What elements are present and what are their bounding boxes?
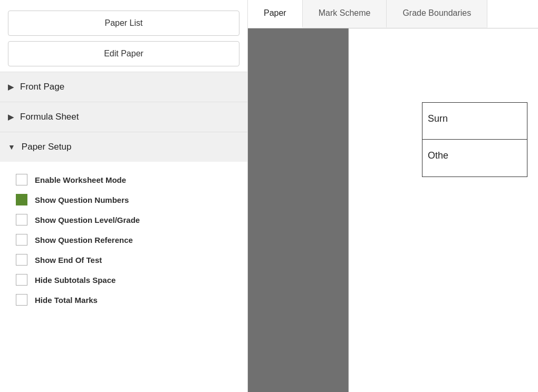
show-end-of-test-checkbox[interactable] — [16, 254, 27, 266]
checkbox-row-hide-subtotals-space[interactable]: Hide Subtotals Space — [11, 270, 237, 290]
tab-mark-scheme[interactable]: Mark Scheme — [303, 0, 387, 28]
main-content: Paper Mark Scheme Grade Boundaries Surn … — [248, 0, 538, 392]
checkbox-row-hide-total-marks[interactable]: Hide Total Marks — [11, 290, 237, 310]
tab-paper[interactable]: Paper — [248, 0, 303, 28]
enable-worksheet-mode-checkbox[interactable] — [16, 174, 27, 185]
formula-sheet-arrow: ▶ — [8, 113, 14, 121]
front-page-header[interactable]: ▶ Front Page — [0, 72, 247, 102]
paper-setup-label: Paper Setup — [22, 142, 72, 152]
tab-grade-boundaries[interactable]: Grade Boundaries — [387, 0, 487, 28]
paper-preview: Surn Othe — [248, 28, 538, 392]
checkbox-row-show-end-of-test[interactable]: Show End Of Test — [11, 250, 237, 270]
show-question-reference-checkbox[interactable] — [16, 234, 27, 246]
show-question-numbers-checkbox[interactable] — [16, 194, 27, 205]
checkbox-row-enable-worksheet-mode[interactable]: Enable Worksheet Mode — [11, 170, 237, 190]
checkbox-row-show-question-numbers[interactable]: Show Question Numbers — [11, 190, 237, 210]
enable-worksheet-mode-label: Enable Worksheet Mode — [35, 175, 126, 184]
checkbox-row-show-question-reference[interactable]: Show Question Reference — [11, 230, 237, 250]
paper-page: Surn Othe — [348, 28, 538, 392]
sidebar-buttons: Paper List Edit Paper — [0, 5, 247, 72]
hide-total-marks-label: Hide Total Marks — [35, 296, 98, 305]
hide-total-marks-checkbox[interactable] — [16, 294, 27, 306]
show-question-reference-label: Show Question Reference — [35, 236, 133, 244]
paper-table-row-other: Othe — [422, 140, 527, 177]
formula-sheet-section: ▶ Formula Sheet — [0, 102, 247, 132]
edit-paper-button[interactable]: Edit Paper — [8, 41, 239, 66]
front-page-arrow: ▶ — [8, 83, 14, 91]
sidebar: Paper List Edit Paper ▶ Front Page ▶ For… — [0, 0, 248, 392]
front-page-label: Front Page — [20, 82, 64, 92]
front-page-section: ▶ Front Page — [0, 72, 247, 102]
show-question-level-grade-label: Show Question Level/Grade — [35, 215, 140, 224]
paper-info-table: Surn Othe — [422, 102, 527, 177]
checkbox-row-show-question-level-grade[interactable]: Show Question Level/Grade — [11, 210, 237, 230]
hide-subtotals-space-checkbox[interactable] — [16, 274, 27, 286]
show-question-numbers-label: Show Question Numbers — [35, 195, 129, 204]
tabs-bar: Paper Mark Scheme Grade Boundaries — [248, 0, 538, 28]
show-question-level-grade-checkbox[interactable] — [16, 214, 27, 226]
hide-subtotals-space-label: Hide Subtotals Space — [35, 276, 116, 285]
formula-sheet-header[interactable]: ▶ Formula Sheet — [0, 102, 247, 132]
show-end-of-test-label: Show End Of Test — [35, 256, 102, 264]
paper-setup-content: Enable Worksheet Mode Show Question Numb… — [0, 162, 247, 318]
paper-setup-section: ▼ Paper Setup Enable Worksheet Mode Show… — [0, 132, 247, 318]
paper-table-row-surname: Surn — [422, 103, 527, 140]
formula-sheet-label: Formula Sheet — [20, 112, 79, 122]
paper-setup-header[interactable]: ▼ Paper Setup — [0, 132, 247, 162]
paper-list-button[interactable]: Paper List — [8, 11, 239, 36]
paper-setup-arrow: ▼ — [8, 143, 15, 151]
